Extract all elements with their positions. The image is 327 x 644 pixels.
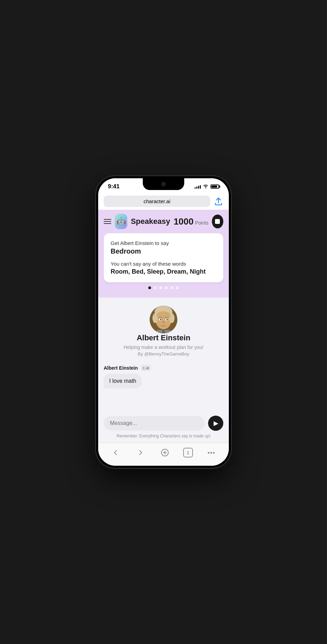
phone-frame: 9:41 — [96, 176, 231, 468]
svg-point-10 — [162, 321, 165, 324]
disclaimer-text: Remember: Everything Characters say is m… — [104, 431, 223, 440]
tab-counter[interactable]: 1 — [183, 448, 193, 457]
pagination-dot-4[interactable] — [165, 286, 168, 289]
challenge-target: Bedroom — [111, 247, 216, 255]
hamburger-line-3 — [104, 223, 111, 224]
svg-point-5 — [157, 311, 170, 320]
message-text: I love math — [109, 378, 136, 384]
bottom-toolbar: 1 — [98, 443, 229, 466]
browser-bar: character.ai — [98, 193, 229, 210]
phone-screen: 9:41 — [98, 178, 229, 466]
challenge-card: Get Albert Einstein to say Bedroom You c… — [104, 233, 223, 282]
status-icons — [195, 184, 219, 189]
forward-button[interactable] — [134, 446, 147, 459]
svg-point-8 — [160, 319, 161, 320]
new-tab-button[interactable] — [159, 446, 171, 459]
battery-fill — [212, 186, 217, 188]
signal-bar-3 — [198, 186, 199, 189]
challenge-section: Get Albert Einstein to say Bedroom You c… — [98, 233, 229, 297]
message-bubble: I love math — [104, 374, 142, 388]
notch-camera — [161, 182, 166, 186]
points-number: 1000 — [174, 216, 194, 227]
character-description: Helping make a workout plan for you! — [123, 344, 203, 350]
svg-rect-13 — [162, 329, 165, 333]
stop-icon — [215, 219, 220, 224]
sender-badge: c.ai — [141, 365, 151, 371]
chat-area: Albert Einstein Helping make a workout p… — [98, 297, 229, 443]
browser-url[interactable]: character.ai — [104, 196, 210, 207]
pagination-dot-2[interactable] — [154, 286, 157, 289]
messages-container: Albert Einstein c.ai I love math — [98, 362, 229, 411]
message-sender-row: Albert Einstein c.ai — [104, 365, 223, 371]
share-button[interactable] — [214, 197, 223, 206]
character-intro: Albert Einstein Helping make a workout p… — [98, 297, 229, 362]
input-area: ▶ Remember: Everything Characters say is… — [98, 411, 229, 443]
challenge-instruction: Get Albert Einstein to say — [111, 240, 216, 246]
svg-point-9 — [166, 319, 168, 320]
svg-point-16 — [210, 452, 212, 454]
hamburger-line-2 — [104, 221, 111, 222]
wifi-icon — [203, 184, 208, 189]
menu-button[interactable] — [104, 219, 111, 224]
character-creator: By @BennyTheGameBoy — [138, 351, 189, 357]
challenge-restriction: You can't say any of these words — [111, 261, 216, 267]
stop-button[interactable] — [212, 215, 223, 228]
character-name: Albert Einstein — [137, 333, 190, 342]
pagination-dot-5[interactable] — [170, 286, 173, 289]
app-logo: 🤖 — [115, 214, 127, 229]
points-label: Points — [195, 220, 208, 226]
sender-name: Albert Einstein — [104, 365, 138, 371]
pagination-dot-3[interactable] — [159, 286, 162, 289]
back-button[interactable] — [110, 446, 122, 459]
pagination-dots — [104, 282, 223, 292]
svg-point-17 — [213, 452, 215, 454]
signal-bar-2 — [196, 187, 197, 189]
hamburger-line-1 — [104, 219, 111, 220]
notch — [143, 178, 184, 190]
more-button[interactable] — [205, 446, 217, 459]
battery-icon — [211, 184, 219, 189]
pagination-dot-6[interactable] — [176, 286, 179, 289]
signal-bar-1 — [195, 187, 196, 189]
input-row: ▶ — [104, 416, 223, 431]
app-name: Speakeasy — [131, 217, 170, 226]
points-display: 1000 Points — [174, 216, 208, 227]
app-header: 🤖 Speakeasy 1000 Points — [98, 210, 229, 233]
svg-point-15 — [208, 452, 209, 454]
status-time: 9:41 — [108, 183, 120, 190]
signal-bars-icon — [195, 184, 201, 189]
signal-bar-4 — [200, 185, 201, 189]
message-input[interactable] — [104, 416, 205, 430]
send-button[interactable]: ▶ — [208, 416, 223, 431]
send-icon: ▶ — [214, 419, 218, 427]
pagination-dot-1[interactable] — [148, 286, 151, 289]
character-avatar — [150, 306, 177, 333]
challenge-forbidden-words: Room, Bed, Sleep, Dream, Night — [111, 268, 216, 275]
